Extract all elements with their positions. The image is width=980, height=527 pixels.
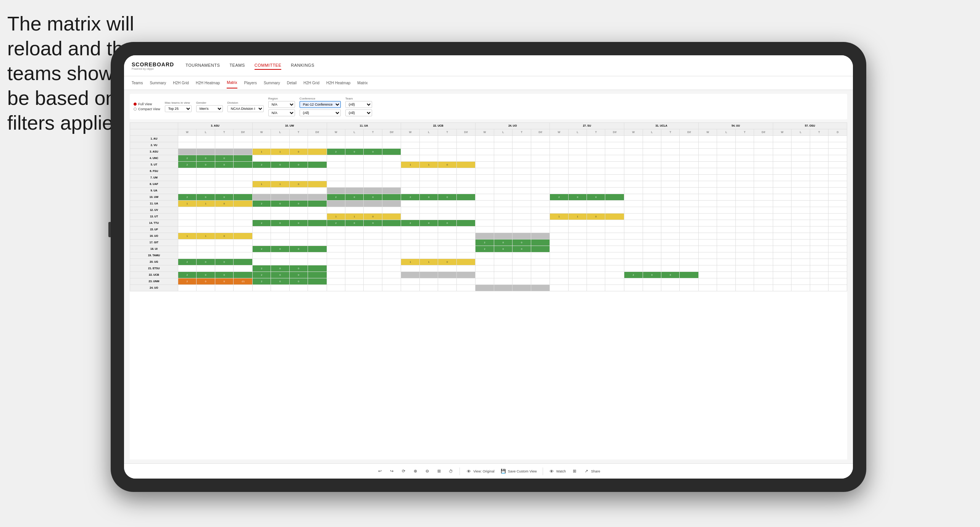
full-view-option[interactable]: Full View (134, 102, 160, 106)
matrix-cell (197, 239, 215, 246)
matrix-cell (550, 265, 568, 272)
matrix-cell (475, 252, 494, 259)
view-original-button[interactable]: 👁 View: Original (466, 468, 494, 474)
matrix-cell (605, 181, 624, 188)
sh-t1: T (215, 129, 233, 136)
sub-nav-h2h-heatmap2[interactable]: H2H Heatmap (326, 78, 350, 88)
max-teams-select[interactable]: Top 25 (165, 105, 192, 112)
matrix-cell: 0 (215, 233, 233, 239)
matrix-cell (308, 272, 327, 278)
matrix-cell (735, 227, 754, 233)
sub-nav-summary[interactable]: Summary (150, 78, 166, 88)
filter-row: Full View Compact View Max teams in view… (130, 94, 847, 119)
matrix-container[interactable]: 3. ASU 10. UW 11. UA 22. UCB 24. UO 27. … (130, 122, 847, 460)
matrix-cell (234, 155, 253, 162)
matrix-cell (791, 246, 810, 252)
nav-tournaments[interactable]: TOURNAMENTS (185, 61, 220, 70)
matrix-cell: 0 (215, 162, 233, 168)
matrix-cell: 0 (494, 239, 512, 246)
matrix-cell (289, 142, 308, 149)
matrix-cell: 0 (513, 246, 531, 252)
nav-committee[interactable]: COMMITTEE (255, 61, 282, 70)
sub-nav-detail[interactable]: Detail (287, 78, 297, 88)
matrix-cell (494, 285, 512, 291)
matrix-cell (438, 188, 456, 194)
matrix-cell (828, 194, 847, 201)
matrix-cell (364, 233, 382, 239)
sub-nav-players[interactable]: Players (244, 78, 257, 88)
conference-select[interactable]: Pac-12 Conference (300, 101, 341, 108)
matrix-cell: 0 (197, 155, 215, 162)
matrix-cell (624, 233, 643, 239)
share-button[interactable]: ↗ Share (583, 468, 600, 474)
team-select1[interactable]: (All) (345, 101, 372, 108)
logo-title: SCOREBOARD (132, 61, 174, 67)
sub-nav-matrix[interactable]: Matrix (227, 77, 237, 88)
compact-view-radio[interactable] (134, 108, 137, 111)
matrix-cell (327, 265, 345, 272)
sub-nav-teams[interactable]: Teams (132, 78, 143, 88)
team-select2[interactable]: (All) (345, 109, 372, 116)
full-view-radio[interactable] (134, 103, 137, 106)
matrix-cell: 0 (289, 272, 308, 278)
row-label: 9. UA (130, 188, 178, 194)
matrix-cell (828, 201, 847, 207)
zoom-out-button[interactable]: ⊖ (424, 468, 430, 474)
matrix-cell: 2 (178, 162, 196, 168)
matrix-cell (680, 278, 699, 285)
sub-nav-summary2[interactable]: Summary (264, 78, 280, 88)
sub-nav-h2h-heatmap[interactable]: H2H Heatmap (196, 78, 220, 88)
region-select1[interactable]: N/A (268, 101, 295, 108)
grid-button[interactable]: ⊞ (436, 468, 442, 474)
conference-select2[interactable]: (All) (300, 109, 341, 116)
matrix-cell (605, 259, 624, 265)
matrix-cell (401, 272, 419, 278)
matrix-cell (587, 278, 605, 285)
matrix-cell (419, 246, 438, 252)
matrix-cell (568, 239, 587, 246)
matrix-cell (234, 233, 253, 239)
matrix-cell (401, 246, 419, 252)
matrix-cell (513, 214, 531, 220)
gender-select[interactable]: Men's (196, 105, 223, 112)
col-header-ucla: 31. UCLA (624, 123, 699, 129)
matrix-cell (513, 272, 531, 278)
matrix-cell (289, 285, 308, 291)
redo-button[interactable]: ↪ (388, 468, 395, 474)
layout-button[interactable]: ⊞ (572, 468, 578, 474)
nav-rankings[interactable]: RANKINGS (291, 61, 314, 70)
col-header-ucb: 22. UCB (401, 123, 475, 129)
matrix-cell (587, 220, 605, 227)
matrix-cell (531, 246, 550, 252)
watch-button[interactable]: 👁 Watch (549, 468, 566, 474)
nav-teams[interactable]: TEAMS (229, 61, 245, 70)
timer-button[interactable]: ⏱ (448, 468, 454, 474)
side-button[interactable] (108, 222, 111, 237)
matrix-cell: 0 (289, 181, 308, 188)
division-select[interactable]: NCAA Division I (227, 105, 264, 112)
sub-nav-h2h-grid[interactable]: H2H Grid (173, 78, 189, 88)
matrix-cell (494, 265, 512, 272)
matrix-cell (531, 214, 550, 220)
region-select2[interactable]: N/A (268, 109, 295, 116)
matrix-cell (308, 278, 327, 285)
matrix-cell (215, 188, 233, 194)
zoom-in-button[interactable]: ⊕ (412, 468, 418, 474)
sub-nav-matrix2[interactable]: Matrix (357, 78, 368, 88)
undo-button[interactable]: ↩ (377, 468, 383, 474)
sub-nav-h2h-grid2[interactable]: H2H Grid (303, 78, 319, 88)
matrix-cell (698, 155, 717, 162)
matrix-cell (754, 246, 773, 252)
matrix-cell (717, 239, 735, 246)
matrix-cell (587, 175, 605, 181)
matrix-cell: 0 (197, 194, 215, 201)
matrix-cell (531, 278, 550, 285)
matrix-corner (130, 123, 178, 129)
matrix-cell (791, 214, 810, 220)
save-custom-button[interactable]: 💾 Save Custom View (500, 468, 537, 474)
matrix-cell (717, 214, 735, 220)
compact-view-option[interactable]: Compact View (134, 107, 160, 111)
matrix-cell: 1 (550, 214, 568, 220)
matrix-cell (791, 201, 810, 207)
refresh-button[interactable]: ⟳ (400, 468, 406, 474)
